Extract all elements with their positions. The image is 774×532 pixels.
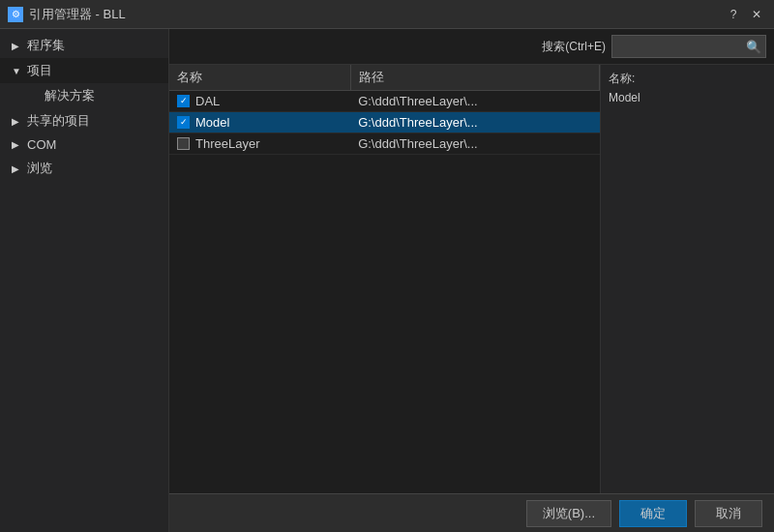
sidebar-item-browse[interactable]: ▶ 浏览 <box>0 156 168 181</box>
title-controls: ? ✕ <box>724 5 766 24</box>
table-area: 名称 路径 DALG:\ddd\ThreeLayer\...ModelG:\dd… <box>169 65 600 493</box>
sidebar-item-label: 浏览 <box>27 160 52 177</box>
close-button[interactable]: ✕ <box>747 5 766 24</box>
arrow-icon: ▶ <box>12 163 23 174</box>
sidebar-item-solution[interactable]: 解决方案 <box>0 83 168 108</box>
title-bar: ⚙ 引用管理器 - BLL ? ✕ <box>0 0 774 29</box>
table-cell-name: ThreeLayer <box>169 133 350 155</box>
table-row[interactable]: ThreeLayerG:\ddd\ThreeLayer\... <box>169 133 600 155</box>
table-cell-name: Model <box>169 112 350 133</box>
row-checkbox[interactable] <box>177 137 190 150</box>
row-checkbox[interactable] <box>177 95 190 107</box>
sidebar-item-label: 共享的项目 <box>27 112 90 130</box>
app-icon: ⚙ <box>8 7 23 22</box>
content-body: 名称 路径 DALG:\ddd\ThreeLayer\...ModelG:\dd… <box>169 65 774 493</box>
cancel-button[interactable]: 取消 <box>695 500 762 527</box>
detail-name-value: Model <box>609 91 766 104</box>
table-row[interactable]: DALG:\ddd\ThreeLayer\... <box>169 91 600 112</box>
sidebar-item-label: COM <box>27 137 56 152</box>
table-cell-path: G:\ddd\ThreeLayer\... <box>350 91 599 112</box>
sidebar-item-assemblies[interactable]: ▶ 程序集 <box>0 33 168 58</box>
table-cell-path: G:\ddd\ThreeLayer\... <box>350 112 599 133</box>
arrow-icon: ▼ <box>12 66 23 76</box>
search-box: 🔍 <box>611 35 766 58</box>
content-top: 搜索(Ctrl+E) 🔍 <box>169 29 774 65</box>
search-input[interactable] <box>612 40 742 53</box>
table-header-row: 名称 路径 <box>169 65 600 91</box>
table-cell-path: G:\ddd\ThreeLayer\... <box>350 133 599 155</box>
content-area: 搜索(Ctrl+E) 🔍 名称 路径 <box>169 29 774 532</box>
sidebar-item-com[interactable]: ▶ COM <box>0 133 168 156</box>
sidebar-item-projects[interactable]: ▼ 项目 <box>0 58 168 83</box>
title-bar-left: ⚙ 引用管理器 - BLL <box>8 6 126 23</box>
row-checkbox[interactable] <box>177 116 190 129</box>
table-row[interactable]: ModelG:\ddd\ThreeLayer\... <box>169 112 600 133</box>
sidebar-item-label: 项目 <box>27 62 52 79</box>
detail-panel: 名称: Model <box>600 65 774 493</box>
sidebar-item-shared[interactable]: ▶ 共享的项目 <box>0 108 168 133</box>
help-button[interactable]: ? <box>724 5 743 24</box>
detail-name-label: 名称: <box>609 71 766 87</box>
window-title: 引用管理器 - BLL <box>29 6 126 23</box>
main-container: ▶ 程序集 ▼ 项目 解决方案 ▶ 共享的项目 ▶ COM ▶ 浏览 <box>0 29 774 532</box>
footer: 浏览(B)... 确定 取消 <box>169 493 774 532</box>
sidebar-item-label: 解决方案 <box>45 87 95 104</box>
sidebar: ▶ 程序集 ▼ 项目 解决方案 ▶ 共享的项目 ▶ COM ▶ 浏览 <box>0 29 169 532</box>
arrow-icon: ▶ <box>12 116 23 127</box>
browse-button[interactable]: 浏览(B)... <box>526 500 611 527</box>
search-label: 搜索(Ctrl+E) <box>542 39 606 55</box>
col-name-header: 名称 <box>169 65 350 91</box>
reference-table: 名称 路径 DALG:\ddd\ThreeLayer\...ModelG:\dd… <box>169 65 600 155</box>
arrow-icon: ▶ <box>12 41 23 51</box>
search-icon-button[interactable]: 🔍 <box>742 40 765 54</box>
table-cell-name: DAL <box>169 91 350 112</box>
sidebar-item-label: 程序集 <box>27 37 65 54</box>
arrow-icon: ▶ <box>12 139 23 150</box>
col-path-header: 路径 <box>350 65 599 91</box>
ok-button[interactable]: 确定 <box>619 500 687 527</box>
